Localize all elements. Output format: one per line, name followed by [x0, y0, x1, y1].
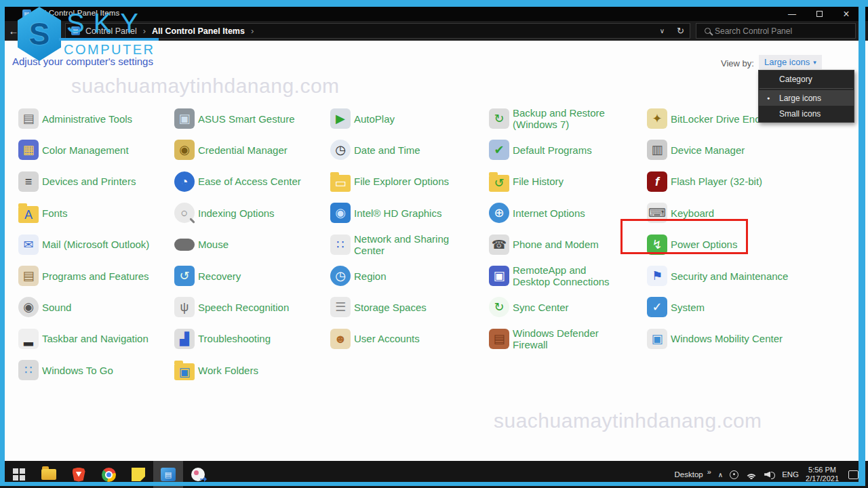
volume-icon[interactable] [764, 470, 775, 479]
item-bitlocker[interactable]: ✦BitLocker Drive Enc [647, 103, 760, 134]
address-bar[interactable]: ▤ Control Panel › All Control Panel Item… [65, 23, 690, 39]
control-panel-taskbar-icon: ▤ [161, 468, 176, 481]
item-administrative-tools[interactable]: ▤Administrative Tools [18, 103, 132, 134]
toolbar-overflow-icon[interactable]: » [707, 468, 711, 476]
item-user-accounts[interactable]: ☻User Accounts [330, 323, 420, 354]
item-system[interactable]: ✓System [647, 291, 705, 323]
item-taskbar-navigation[interactable]: ▂Taskbar and Navigation [18, 323, 149, 354]
menu-item-category[interactable]: Category [759, 71, 854, 87]
watermark: suachuamaytinhdanang.com [71, 75, 340, 98]
item-label: Windows Mobility Center [671, 333, 783, 344]
tray-user-icon[interactable] [730, 470, 738, 479]
programs-features-icon: ▤ [18, 266, 39, 286]
maximize-button[interactable] [806, 7, 833, 21]
troubleshooting-icon: ▟ [174, 329, 195, 349]
item-autoplay[interactable]: ▶AutoPlay [330, 103, 395, 134]
breadcrumb-root[interactable]: Control Panel [85, 26, 137, 36]
desktop-toolbar-label[interactable]: Desktop [675, 470, 703, 479]
item-label: Sound [42, 302, 71, 313]
item-credential-manager[interactable]: ◉Credential Manager [174, 134, 288, 165]
item-region[interactable]: ◷Region [330, 260, 387, 291]
action-center-icon[interactable] [848, 470, 859, 479]
item-label: AutoPlay [354, 113, 395, 125]
item-label: Default Programs [513, 144, 592, 156]
wifi-icon[interactable] [745, 470, 757, 479]
devices-printers-icon: ≡ [18, 171, 39, 192]
backup-restore-icon: ↻ [489, 108, 509, 129]
view-by-dropdown[interactable]: Large icons ▾ [759, 55, 822, 69]
item-defender-firewall[interactable]: ▤Windows Defender Firewall [489, 323, 614, 354]
item-phone-modem[interactable]: ☎Phone and Modem [489, 229, 599, 260]
menu-separator [760, 88, 853, 89]
show-hidden-icons-chevron[interactable]: ∧ [718, 471, 723, 479]
back-button[interactable]: ← [5, 21, 22, 41]
file-explorer-options-icon: ▭ [330, 175, 351, 192]
item-troubleshooting[interactable]: ▟Troubleshooting [174, 323, 271, 354]
item-internet-options[interactable]: ⊕Internet Options [489, 197, 585, 228]
control-panel-content: Adjust your computer's settings View by:… [0, 41, 868, 461]
item-programs-features[interactable]: ▤Programs and Features [18, 260, 149, 291]
item-sound[interactable]: ◉Sound [18, 291, 71, 323]
item-windows-to-go[interactable]: ∷Windows To Go [18, 354, 113, 386]
item-flash-player[interactable]: fFlash Player (32-bit) [647, 166, 762, 197]
color-management-icon: ▦ [18, 140, 39, 160]
address-dropdown-icon[interactable]: ∨ [660, 27, 665, 35]
item-work-folders[interactable]: ▣Work Folders [174, 354, 258, 386]
refresh-icon[interactable]: ↻ [677, 26, 684, 36]
item-power-options[interactable]: ↯Power Options [647, 229, 737, 260]
item-label: Mail (Microsoft Outlook) [42, 239, 149, 250]
item-label: Ease of Access Center [198, 176, 301, 187]
intel-hd-graphics-icon: ◉ [330, 203, 351, 223]
menu-item-large-icons[interactable]: ●Large icons [759, 90, 854, 106]
item-fonts[interactable]: AFonts [18, 197, 68, 228]
item-date-time[interactable]: ◷Date and Time [330, 134, 420, 165]
item-security-maintenance[interactable]: ⚑Security and Maintenance [647, 260, 788, 291]
storage-spaces-icon: ☰ [330, 297, 351, 317]
view-by-label: View by: [721, 58, 754, 68]
frame-border [0, 0, 5, 486]
control-panel-window-icon: ▤ [22, 9, 31, 18]
date-time-icon: ◷ [330, 140, 351, 160]
item-intel-hd-graphics[interactable]: ◉Intel® HD Graphics [330, 197, 441, 228]
item-mobility-center[interactable]: ▣Windows Mobility Center [647, 323, 783, 354]
close-button[interactable]: × [833, 7, 860, 21]
item-remoteapp[interactable]: ▣RemoteApp and Desktop Connections [489, 260, 625, 291]
search-input[interactable]: Search Control Panel [696, 23, 856, 39]
menu-item-label: Small icons [779, 109, 821, 119]
tray-time: 5:56 PM [806, 466, 839, 474]
chevron-down-icon: ▾ [813, 59, 816, 66]
up-button[interactable]: ↑ [47, 21, 64, 41]
minimize-button[interactable]: — [778, 7, 806, 21]
item-recovery[interactable]: ↺Recovery [174, 260, 241, 291]
indexing-options-icon: ○ [174, 203, 195, 223]
item-default-programs[interactable]: ✔Default Programs [489, 134, 592, 165]
item-network-sharing[interactable]: ∷Network and Sharing Center [330, 229, 456, 260]
item-speech-recognition[interactable]: ψSpeech Recognition [174, 291, 289, 323]
item-label: Security and Maintenance [671, 270, 788, 282]
control-panel-items-grid: ▤Administrative Tools▦Color Management≡D… [18, 103, 839, 401]
item-color-management[interactable]: ▦Color Management [18, 134, 129, 165]
item-device-manager[interactable]: ▥Device Manager [647, 134, 745, 165]
item-backup-restore[interactable]: ↻Backup and Restore (Windows 7) [489, 103, 614, 134]
item-file-history[interactable]: ↺File History [489, 166, 564, 197]
item-asus-smart-gesture[interactable]: ▣ASUS Smart Gesture [174, 103, 295, 134]
item-label: Device Manager [671, 144, 745, 156]
item-mail[interactable]: ✉Mail (Microsoft Outlook) [18, 229, 149, 260]
item-indexing-options[interactable]: ○Indexing Options [174, 197, 275, 228]
clock[interactable]: 5:56 PM 2/17/2021 [806, 466, 839, 483]
item-sync-center[interactable]: ↻Sync Center [489, 291, 569, 323]
item-mouse[interactable]: Mouse [174, 229, 229, 260]
item-ease-of-access[interactable]: ◔Ease of Access Center [174, 166, 301, 197]
item-file-explorer-options[interactable]: ▭File Explorer Options [330, 166, 449, 197]
phone-modem-icon: ☎ [489, 235, 509, 255]
language-indicator[interactable]: ENG [782, 470, 799, 479]
item-devices-printers[interactable]: ≡Devices and Printers [18, 166, 136, 197]
taskbar-navigation-icon: ▂ [18, 329, 39, 349]
file-history-icon: ↺ [489, 175, 509, 192]
maximize-icon [816, 11, 823, 17]
forward-button[interactable]: → [26, 21, 42, 41]
breadcrumb-current[interactable]: All Control Panel Items [152, 26, 245, 36]
menu-item-small-icons[interactable]: Small icons [759, 106, 854, 121]
network-sharing-icon: ∷ [330, 235, 351, 255]
item-storage-spaces[interactable]: ☰Storage Spaces [330, 291, 427, 323]
